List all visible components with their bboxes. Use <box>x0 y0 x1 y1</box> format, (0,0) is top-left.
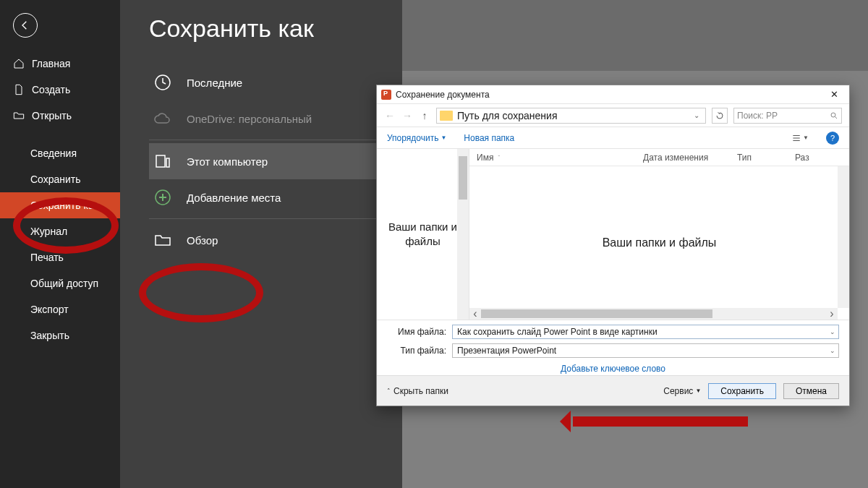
filename-input[interactable]: Как сохранить слайд Power Point в виде к… <box>452 325 839 339</box>
sidebar-item-home[interactable]: Главная <box>0 51 120 77</box>
label: Открыть <box>32 110 72 121</box>
nav-back-icon[interactable]: ← <box>384 110 396 121</box>
cloud-icon <box>153 109 172 128</box>
loc-this-pc[interactable]: Этот компьютер <box>149 143 388 179</box>
chevron-down-icon[interactable]: ⌄ <box>691 111 702 119</box>
dialog-body: Ваши папки и файлы Имяˆ Дата изменения Т… <box>377 149 849 320</box>
label: Добавление места <box>187 192 281 204</box>
search-icon <box>830 111 838 120</box>
sidebar-item-history[interactable]: Журнал <box>0 218 120 244</box>
list-annotation: Ваши папки и файлы <box>603 236 717 249</box>
label: Экспорт <box>30 304 69 315</box>
sidebar-item-export[interactable]: Экспорт <box>0 296 120 322</box>
address-bar[interactable]: Путь для сохранения ⌄ <box>436 108 706 124</box>
col-date[interactable]: Дата изменения <box>643 153 737 163</box>
close-button[interactable]: ✕ <box>823 89 845 100</box>
nav-forward-icon[interactable]: → <box>401 110 413 121</box>
sort-asc-icon: ˆ <box>498 154 500 160</box>
help-button[interactable]: ? <box>826 132 839 145</box>
add-tag-link[interactable]: Добавьте ключевое слово <box>561 364 665 374</box>
organize-menu[interactable]: Упорядочить▼ <box>387 133 446 143</box>
hide-folders-toggle[interactable]: ˄ Скрыть папки <box>387 386 448 396</box>
column-headers: Имяˆ Дата изменения Тип Раз <box>469 149 849 166</box>
chevron-down-icon: ▼ <box>441 134 446 141</box>
v-scrollbar[interactable] <box>838 166 849 308</box>
dialog-navbar: ← → ↑ Путь для сохранения ⌄ Поиск: PP <box>377 104 849 127</box>
tree-scrollbar[interactable] <box>457 149 469 320</box>
view-button[interactable]: ▼ <box>791 130 809 146</box>
folder-open-icon <box>153 231 172 249</box>
label: Сведения <box>30 147 77 159</box>
sidebar-item-close[interactable]: Закрыть <box>0 322 120 348</box>
filename-label: Имя файла: <box>387 327 452 337</box>
label: Обзор <box>187 234 218 247</box>
sidebar-item-save[interactable]: Сохранить <box>0 166 120 192</box>
search-placeholder: Поиск: PP <box>737 111 830 121</box>
home-icon <box>13 58 25 69</box>
scroll-left-icon[interactable]: ‹ <box>469 308 481 320</box>
pc-icon <box>153 152 172 171</box>
filetype-label: Тип файла: <box>387 346 452 356</box>
nav-up-icon[interactable]: ↑ <box>419 110 430 121</box>
loc-add-place[interactable]: Добавление места <box>149 179 388 215</box>
label: Создать <box>32 84 70 95</box>
label: Журнал <box>30 226 67 237</box>
chevron-down-icon[interactable]: ⌄ <box>830 347 835 354</box>
sidebar-item-print[interactable]: Печать <box>0 244 120 270</box>
folder-icon <box>440 111 453 121</box>
folder-tree[interactable]: Ваши папки и файлы <box>377 149 469 320</box>
file-list[interactable]: Имяˆ Дата изменения Тип Раз Ваши папки и… <box>469 149 849 320</box>
save-locations: Последние OneDrive: персональный Этот ко… <box>149 64 388 258</box>
dialog-toolbar: Упорядочить▼ Новая папка ▼ ? <box>377 127 849 149</box>
loc-browse[interactable]: Обзор <box>149 222 388 258</box>
path-annotation: Путь для сохранения <box>457 110 557 121</box>
refresh-button[interactable] <box>712 108 728 124</box>
label: Общий доступ <box>30 278 98 289</box>
label: Закрыть <box>30 330 69 341</box>
save-dialog: Сохранение документа ✕ ← → ↑ Путь для со… <box>376 85 850 406</box>
dialog-title: Сохранение документа <box>396 90 490 100</box>
sidebar-item-share[interactable]: Общий доступ <box>0 270 120 296</box>
sidebar-item-info[interactable]: Сведения <box>0 140 120 166</box>
filetype-combo[interactable]: Презентация PowerPoint ⌄ <box>452 343 839 358</box>
chevron-down-icon: ▼ <box>803 134 809 141</box>
search-field[interactable]: Поиск: PP <box>733 108 842 124</box>
sidebar-item-new[interactable]: Создать <box>0 77 120 103</box>
dialog-titlebar: Сохранение документа ✕ <box>377 85 849 104</box>
folder-open-icon <box>13 110 25 121</box>
svg-rect-2 <box>166 158 169 167</box>
label: Печать <box>30 252 64 263</box>
file-icon <box>13 84 25 95</box>
label: Сохранить как <box>30 200 98 211</box>
clock-icon <box>153 73 172 92</box>
save-button[interactable]: Сохранить <box>708 383 776 399</box>
back-button[interactable] <box>13 13 38 38</box>
backstage-sidebar: Главная Создать Открыть Сведения Сохрани… <box>0 0 120 488</box>
powerpoint-icon <box>381 90 391 100</box>
col-type[interactable]: Тип <box>737 153 795 163</box>
refresh-icon <box>715 111 724 120</box>
col-name[interactable]: Имя <box>477 153 493 163</box>
svg-rect-1 <box>156 155 165 167</box>
chevron-down-icon: ▼ <box>695 388 701 394</box>
label: OneDrive: персональный <box>187 113 312 125</box>
backstage-main: Сохранить как Последние OneDrive: персон… <box>120 0 402 488</box>
new-folder-button[interactable]: Новая папка <box>464 133 514 143</box>
sidebar-item-save-as[interactable]: Сохранить как <box>0 192 120 218</box>
loc-onedrive[interactable]: OneDrive: персональный <box>149 100 388 137</box>
tree-annotation: Ваши папки и файлы <box>377 220 469 249</box>
sidebar-item-open[interactable]: Открыть <box>0 103 120 129</box>
loc-recent[interactable]: Последние <box>149 64 388 100</box>
add-place-icon <box>153 188 172 207</box>
h-scrollbar[interactable]: ‹ › <box>469 308 838 320</box>
label: Последние <box>187 77 242 89</box>
dialog-footer: ˄ Скрыть папки Сервис▼ Сохранить Отмена <box>377 375 849 406</box>
page-title: Сохранить как <box>149 14 402 43</box>
list-view-icon <box>791 132 801 144</box>
cancel-button[interactable]: Отмена <box>783 383 839 399</box>
col-size[interactable]: Раз <box>795 153 849 163</box>
scroll-right-icon[interactable]: › <box>826 308 838 320</box>
service-menu[interactable]: Сервис▼ <box>663 386 701 396</box>
chevron-down-icon[interactable]: ⌄ <box>830 328 835 335</box>
label: Этот компьютер <box>187 155 268 168</box>
